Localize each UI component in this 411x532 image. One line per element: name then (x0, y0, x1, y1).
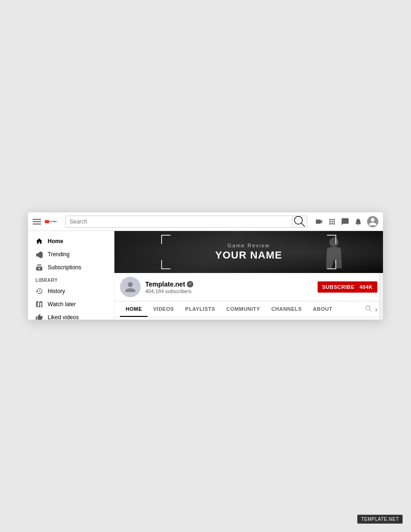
channel-name-row: Template.net ✓ (145, 280, 313, 288)
sidebar-history-label: History (48, 288, 65, 294)
channel-info: Template.net ✓ 404,184 subscribers SUBSC… (114, 273, 383, 301)
content-area: Game Review YOUR NAME Template.net ✓ 404… (114, 231, 383, 320)
banner-text: Game Review YOUR NAME (215, 243, 282, 261)
sidebar-liked-label: Liked videos (48, 314, 79, 320)
search-input[interactable] (66, 216, 292, 227)
channel-tabs: HOME VIDEOS PLAYLISTS COMMUNITY CHANNELS… (114, 301, 383, 317)
channel-subscribers: 404,184 subscribers (145, 288, 313, 294)
library-section-title: LIBRARY (28, 274, 114, 285)
tabs-more-icon[interactable]: › (375, 306, 377, 313)
channel-meta: Template.net ✓ 404,184 subscribers (145, 280, 313, 294)
user-avatar[interactable] (367, 216, 378, 227)
channel-avatar (120, 277, 141, 297)
svg-text:TM: TM (57, 220, 58, 222)
history-icon (35, 287, 43, 295)
tab-playlists[interactable]: PLAYLISTS (180, 301, 221, 317)
tab-community[interactable]: COMMUNITY (221, 301, 266, 317)
trending-icon (35, 251, 43, 258)
sidebar-watch-later-label: Watch later (48, 301, 76, 308)
tab-channels[interactable]: CHANNELS (266, 301, 307, 317)
subscriptions-icon (35, 264, 43, 271)
browser-window: YouTube TM (28, 212, 383, 320)
sidebar-subscriptions-label: Subscriptions (48, 264, 81, 271)
channel-name: Template.net (145, 280, 185, 288)
upload-video-icon[interactable] (315, 217, 323, 226)
subscribe-button[interactable]: SUBSCRIBE 404K (318, 281, 377, 293)
tab-videos[interactable]: VIDEOS (148, 301, 180, 317)
hamburger-icon[interactable] (33, 219, 41, 224)
svg-text:YouTube: YouTube (50, 221, 57, 223)
tab-home[interactable]: HOME (120, 301, 148, 317)
sidebar-item-liked-videos[interactable]: Liked videos (28, 311, 114, 320)
chat-icon[interactable] (341, 217, 349, 226)
main-layout: Home Trending Subscriptions LIBRARY His (28, 231, 383, 320)
apps-icon[interactable] (328, 217, 336, 226)
youtube-logo[interactable]: YouTube TM (45, 217, 58, 226)
sidebar-home-label: Home (48, 238, 63, 245)
search-bar (65, 216, 307, 228)
sidebar-item-watch-later[interactable]: Watch later (28, 298, 114, 311)
verified-icon: ✓ (187, 281, 193, 287)
sidebar-item-history[interactable]: History (28, 285, 114, 298)
tab-about[interactable]: ABOUT (307, 301, 338, 317)
watch-later-icon (35, 301, 43, 308)
sidebar-trending-label: Trending (48, 251, 70, 258)
sidebar-item-home[interactable]: Home (28, 235, 114, 248)
channel-banner: Game Review YOUR NAME (114, 231, 383, 273)
banner-subtitle: Game Review (215, 243, 282, 248)
sidebar: Home Trending Subscriptions LIBRARY His (28, 231, 114, 320)
liked-icon (35, 314, 43, 320)
sidebar-item-trending[interactable]: Trending (28, 248, 114, 261)
search-button[interactable] (292, 216, 307, 227)
svg-point-2 (329, 238, 339, 247)
sidebar-item-subscriptions[interactable]: Subscriptions (28, 261, 114, 274)
home-icon (35, 238, 43, 245)
tabs-search-icon[interactable] (365, 305, 372, 314)
banner-title: YOUR NAME (215, 249, 282, 261)
top-bar: YouTube TM (28, 212, 383, 231)
watermark: TEMPLATE.NET (357, 515, 403, 524)
notifications-icon[interactable] (354, 217, 362, 226)
top-right-icons (315, 216, 378, 227)
